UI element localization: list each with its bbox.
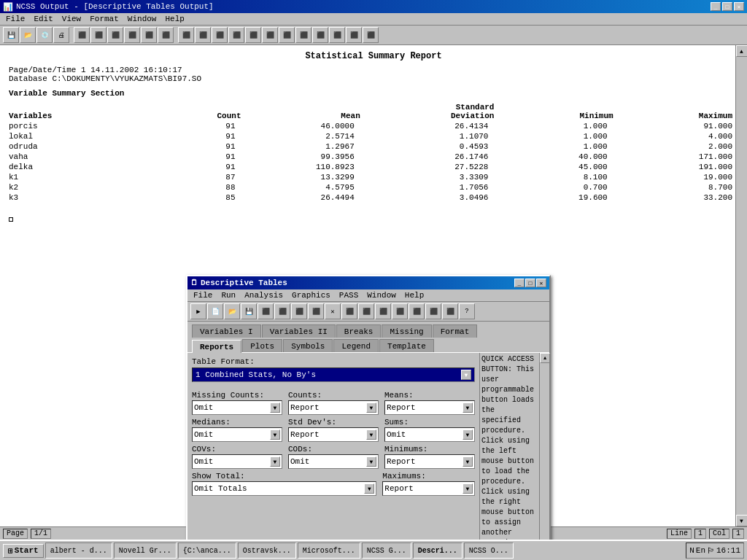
means-arrow[interactable]: ▼ (462, 402, 473, 413)
close-button[interactable]: ✕ (734, 2, 744, 11)
tb6[interactable]: ⬛ (158, 27, 174, 43)
tb10[interactable]: ⬛ (228, 27, 244, 43)
task-albert[interactable]: albert - d... (45, 542, 112, 559)
sums-arrow[interactable]: ▼ (462, 429, 473, 440)
tb18[interactable]: ⬛ (363, 27, 379, 43)
menu-format[interactable]: Format (85, 14, 123, 24)
counts-arrow[interactable]: ▼ (366, 402, 376, 413)
save-btn[interactable]: 💿 (36, 27, 53, 43)
d-t10[interactable]: ⬛ (409, 303, 425, 319)
run-btn[interactable]: ▶ (190, 303, 206, 319)
tb5[interactable]: ⬛ (141, 27, 157, 43)
tb14[interactable]: ⬛ (295, 27, 311, 43)
d-new-btn[interactable]: 📄 (207, 303, 223, 319)
dialog-menu-graphics[interactable]: Graphics (287, 290, 335, 300)
d-t3[interactable]: ⬛ (291, 303, 307, 319)
menu-file[interactable]: File (1, 14, 29, 24)
tab-legend[interactable]: Legend (333, 339, 379, 352)
task-canca[interactable]: {C:\anca... (178, 542, 236, 559)
tb16[interactable]: ⬛ (329, 27, 345, 43)
d-t12[interactable]: ⬛ (442, 303, 458, 319)
d-t1[interactable]: ⬛ (258, 303, 274, 319)
d-t5[interactable]: ✕ (325, 303, 341, 319)
menu-window[interactable]: Window (123, 14, 161, 24)
show-total-arrow[interactable]: ▼ (364, 483, 374, 494)
tb17[interactable]: ⬛ (346, 27, 362, 43)
dialog-menu-pass[interactable]: PASS (335, 290, 363, 300)
tab-symbols[interactable]: Symbols (283, 339, 333, 352)
means-select[interactable]: Report ▼ (384, 400, 475, 415)
dialog-maximize-btn[interactable]: □ (525, 279, 535, 287)
dialog-menu-run[interactable]: Run (217, 290, 240, 300)
tab-missing[interactable]: Missing (382, 324, 431, 338)
dialog-minimize-btn[interactable]: _ (514, 279, 525, 287)
covs-select[interactable]: Omit ▼ (192, 454, 282, 469)
menu-view[interactable]: View (58, 14, 85, 24)
missing-counts-select[interactable]: Omit ▼ (192, 400, 282, 415)
maximums-select[interactable]: Report ▼ (382, 481, 475, 496)
tab-variables-i[interactable]: Variables I (192, 324, 261, 338)
new-btn[interactable]: 💾 (3, 27, 19, 43)
tb15[interactable]: ⬛ (312, 27, 328, 43)
d-t4[interactable]: ⬛ (308, 303, 324, 319)
menu-edit[interactable]: Edit (29, 14, 57, 24)
medians-arrow[interactable]: ▼ (270, 429, 280, 440)
maximize-button[interactable]: □ (722, 2, 732, 11)
missing-counts-arrow[interactable]: ▼ (270, 402, 280, 413)
tb4[interactable]: ⬛ (124, 27, 140, 43)
cods-arrow[interactable]: ▼ (366, 456, 376, 467)
stddevs-arrow[interactable]: ▼ (366, 429, 376, 440)
scroll-down-btn[interactable]: ▼ (736, 515, 748, 526)
covs-arrow[interactable]: ▼ (270, 456, 280, 467)
d-t6[interactable]: ⬛ (341, 303, 357, 319)
d-t2[interactable]: ⬛ (274, 303, 290, 319)
d-t7[interactable]: ⬛ (358, 303, 374, 319)
d-open-btn[interactable]: 📂 (224, 303, 240, 319)
minimize-button[interactable]: _ (711, 2, 721, 11)
d-save-btn[interactable]: 💾 (241, 303, 257, 319)
scroll-track[interactable] (736, 57, 748, 515)
task-microsoft[interactable]: Microsoft... (298, 542, 360, 559)
d-t9[interactable]: ⬛ (392, 303, 408, 319)
tb8[interactable]: ⬛ (195, 27, 211, 43)
tab-reports[interactable]: Reports (192, 340, 241, 353)
open-btn[interactable]: 📂 (20, 27, 36, 43)
tab-breaks[interactable]: Breaks (336, 324, 382, 338)
task-ncss-o[interactable]: NCSS O... (464, 542, 514, 559)
dialog-menu-help[interactable]: Help (400, 290, 428, 300)
tb1[interactable]: ⬛ (74, 27, 90, 43)
tab-variables-ii[interactable]: Variables II (262, 324, 336, 338)
start-button[interactable]: ⊞ Start (3, 544, 44, 558)
right-scrollbar[interactable]: ▲ ▼ (539, 353, 549, 540)
cods-select[interactable]: Omit ▼ (288, 454, 379, 469)
table-format-select[interactable]: 1 Combined Stats, No By's ▼ (192, 368, 475, 382)
print-btn[interactable]: 🖨 (53, 27, 69, 43)
tb13[interactable]: ⬛ (279, 27, 295, 43)
tab-format[interactable]: Format (433, 324, 478, 338)
minimums-select[interactable]: Report ▼ (384, 454, 475, 469)
tb3[interactable]: ⬛ (107, 27, 123, 43)
scroll-up-btn[interactable]: ▲ (736, 45, 748, 57)
medians-select[interactable]: Omit ▼ (192, 427, 282, 442)
tb7[interactable]: ⬛ (178, 27, 194, 43)
task-novell[interactable]: Novell Gr... (114, 542, 177, 559)
show-total-select[interactable]: Omit Totals ▼ (192, 481, 376, 496)
stddevs-select[interactable]: Report ▼ (288, 427, 379, 442)
dialog-menu-analysis[interactable]: Analysis (240, 290, 287, 300)
d-t8[interactable]: ⬛ (375, 303, 391, 319)
maximums-arrow[interactable]: ▼ (462, 483, 473, 494)
sums-select[interactable]: Omit ▼ (384, 427, 475, 442)
counts-select[interactable]: Report ▼ (288, 400, 379, 415)
task-descri[interactable]: Descri... (413, 542, 462, 559)
dialog-menu-file[interactable]: File (189, 290, 217, 300)
task-ostravsk[interactable]: Ostravsk... (238, 542, 296, 559)
tb11[interactable]: ⬛ (245, 27, 261, 43)
dialog-close-btn[interactable]: ✕ (536, 279, 546, 287)
tb12[interactable]: ⬛ (262, 27, 278, 43)
tab-plots[interactable]: Plots (242, 339, 282, 352)
menu-help[interactable]: Help (160, 14, 188, 24)
task-ncss-g[interactable]: NCSS G... (362, 542, 411, 559)
minimums-arrow[interactable]: ▼ (462, 456, 473, 467)
tb9[interactable]: ⬛ (212, 27, 228, 43)
tb2[interactable]: ⬛ (90, 27, 107, 43)
